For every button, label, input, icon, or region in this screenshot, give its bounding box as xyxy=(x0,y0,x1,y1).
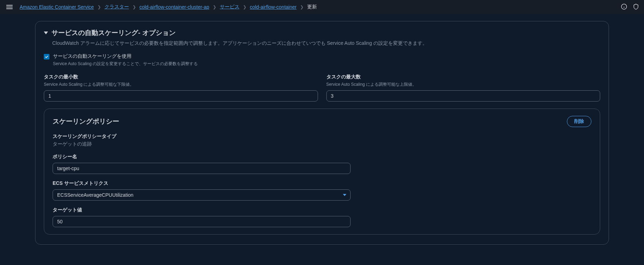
chevron-right-icon: ❯ xyxy=(133,5,136,9)
target-value-input[interactable] xyxy=(53,216,351,227)
max-tasks-field: タスクの最大数 Service Auto Scaling による調整可能な上限値… xyxy=(326,74,601,102)
breadcrumb-service-name[interactable]: cold-airflow-container xyxy=(250,4,297,10)
topbar-left: Amazon Elastic Container Service ❯ クラスター… xyxy=(5,4,317,11)
breadcrumb-clusters[interactable]: クラスター xyxy=(104,4,129,10)
policy-name-label: ポリシー名 xyxy=(53,154,351,160)
breadcrumb-services[interactable]: サービス xyxy=(220,4,239,10)
topbar: Amazon Elastic Container Service ❯ クラスター… xyxy=(0,0,644,14)
check-icon xyxy=(45,55,49,59)
policy-type-field: スケーリングポリシータイプ ターゲットの追跡 xyxy=(53,133,591,147)
metric-field: ECS サービスメトリクス xyxy=(53,180,351,201)
collapse-icon[interactable] xyxy=(44,32,48,34)
metric-select[interactable] xyxy=(53,189,351,201)
scaling-policy-panel: スケーリングポリシー 削除 スケーリングポリシータイプ ターゲットの追跡 ポリシ… xyxy=(44,109,600,235)
breadcrumb-ecs[interactable]: Amazon Elastic Container Service xyxy=(20,4,94,10)
min-tasks-field: タスクの最小数 Service Auto Scaling による調整可能な下限値… xyxy=(44,74,318,102)
main-content: サービスの自動スケーリング- オプション CloudWatch アラームに応じて… xyxy=(0,14,644,252)
policy-type-value: ターゲットの追跡 xyxy=(53,141,591,147)
task-limits-row: タスクの最小数 Service Auto Scaling による調整可能な下限値… xyxy=(44,74,600,102)
max-tasks-label: タスクの最大数 xyxy=(326,74,601,80)
chevron-right-icon: ❯ xyxy=(97,5,101,9)
max-tasks-hint: Service Auto Scaling による調整可能な上限値。 xyxy=(326,82,601,88)
target-value-field: ターゲット値 xyxy=(53,207,351,227)
use-autoscaling-hint: Service Auto Scaling の設定を変更することで、サービスの必要… xyxy=(53,61,198,67)
use-autoscaling-label: サービスの自動スケーリングを使用 xyxy=(53,53,198,60)
breadcrumb-current: 更新 xyxy=(307,4,317,10)
topbar-right xyxy=(621,4,639,11)
breadcrumb-cluster-name[interactable]: cold-airflow-container-cluster-ap xyxy=(140,4,209,10)
section-description: CloudWatch アラームに応じてサービスの必要数を指定範囲内で調整します。… xyxy=(52,40,600,47)
section-title: サービスの自動スケーリング- オプション xyxy=(52,28,176,37)
autoscaling-panel: サービスの自動スケーリング- オプション CloudWatch アラームに応じて… xyxy=(35,21,609,245)
policy-name-input[interactable] xyxy=(53,163,351,174)
max-tasks-input[interactable] xyxy=(326,90,601,102)
chevron-right-icon: ❯ xyxy=(300,5,304,9)
use-autoscaling-checkbox[interactable] xyxy=(44,54,49,60)
section-title-main: サービスの自動スケーリング xyxy=(52,29,138,36)
section-header: サービスの自動スケーリング- オプション xyxy=(44,28,600,37)
breadcrumb: Amazon Elastic Container Service ❯ クラスター… xyxy=(20,4,317,10)
policy-header: スケーリングポリシー 削除 xyxy=(53,116,591,127)
policy-type-label: スケーリングポリシータイプ xyxy=(53,133,591,140)
min-tasks-label: タスクの最小数 xyxy=(44,74,318,80)
policy-name-field: ポリシー名 xyxy=(53,154,351,174)
chevron-right-icon: ❯ xyxy=(243,5,246,9)
target-value-label: ターゲット値 xyxy=(53,207,351,213)
metric-label: ECS サービスメトリクス xyxy=(53,180,351,187)
policy-title: スケーリングポリシー xyxy=(53,117,119,126)
section-title-suffix: - オプション xyxy=(138,29,176,36)
shield-icon[interactable] xyxy=(633,4,639,11)
min-tasks-input[interactable] xyxy=(44,90,318,102)
min-tasks-hint: Service Auto Scaling による調整可能な下限値。 xyxy=(44,82,318,88)
menu-icon[interactable] xyxy=(5,4,14,11)
delete-button[interactable]: 削除 xyxy=(567,116,591,127)
use-autoscaling-row: サービスの自動スケーリングを使用 Service Auto Scaling の設… xyxy=(44,53,600,67)
info-icon[interactable] xyxy=(621,4,627,11)
chevron-right-icon: ❯ xyxy=(213,5,216,9)
